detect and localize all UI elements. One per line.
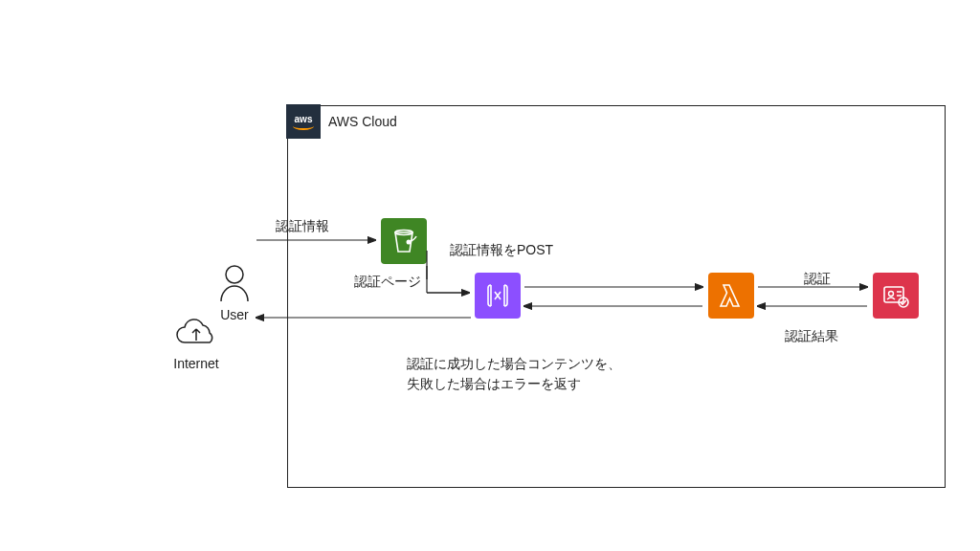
return-line-2: 失敗した場合はエラーを返す: [407, 376, 581, 391]
internet-label: Internet: [167, 356, 225, 371]
auth-label: 認証: [804, 271, 831, 288]
s3-node: [381, 218, 427, 264]
svg-point-4: [889, 292, 894, 297]
aws-cloud-box: aws AWS Cloud: [287, 105, 946, 488]
return-content-label: 認証に成功した場合コンテンツを、 失敗した場合はエラーを返す: [407, 354, 621, 394]
aws-logo-icon: aws: [286, 104, 321, 139]
user-icon: [217, 263, 252, 301]
user-node: User: [211, 263, 258, 322]
aws-cloud-title: AWS Cloud: [328, 114, 397, 129]
credentials-post-label: 認証情報をPOST: [450, 242, 553, 259]
user-label: User: [211, 307, 258, 322]
lambda-icon: [708, 273, 754, 319]
lambda-node: [708, 273, 754, 319]
iam-node: [873, 273, 919, 319]
cloudfront-icon: [475, 273, 521, 319]
aws-header: aws AWS Cloud: [286, 104, 397, 139]
identity-icon: [873, 273, 919, 319]
s3-label: 認証ページ: [354, 274, 421, 291]
return-line-1: 認証に成功した場合コンテンツを、: [407, 356, 621, 371]
auth-result-label: 認証結果: [785, 328, 838, 345]
internet-node: Internet: [167, 316, 225, 371]
cloudfront-node: [475, 273, 521, 319]
svg-point-0: [226, 266, 243, 283]
s3-bucket-icon: [381, 218, 427, 264]
credentials-label: 認証情報: [276, 218, 329, 235]
